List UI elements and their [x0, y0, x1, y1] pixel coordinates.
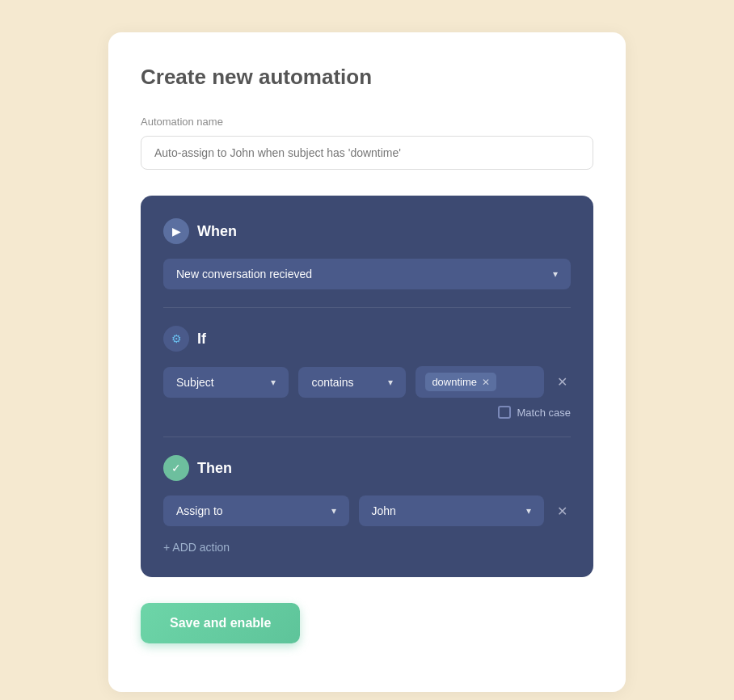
automation-name-label: Automation name	[141, 116, 593, 128]
gear-icon: ⚙	[171, 332, 182, 345]
main-card: Create new automation Automation name ▶ …	[108, 32, 626, 692]
subject-dropdown-value: Subject	[176, 376, 214, 389]
check-icon: ✓	[171, 462, 181, 474]
match-case-label: Match case	[517, 407, 571, 419]
agent-dropdown-value: John	[372, 504, 396, 517]
then-icon: ✓	[163, 455, 189, 481]
assign-dropdown[interactable]: Assign to ▾	[163, 495, 349, 526]
match-case-checkbox[interactable]	[498, 406, 511, 419]
page-title: Create new automation	[141, 65, 593, 90]
when-if-separator	[163, 307, 571, 308]
contains-dropdown-value: contains	[311, 376, 353, 389]
play-icon: ▶	[172, 225, 181, 238]
add-action-link[interactable]: + ADD action	[163, 541, 230, 554]
tag-input-container: downtime ✕	[416, 366, 544, 398]
contains-chevron-icon: ▾	[388, 377, 393, 388]
if-then-separator	[163, 436, 571, 437]
agent-chevron-icon: ▾	[526, 505, 531, 517]
when-icon: ▶	[163, 218, 189, 244]
assign-chevron-icon: ▾	[331, 505, 336, 517]
then-row-remove-button[interactable]: ✕	[554, 500, 571, 522]
when-dropdown-value: New conversation recieved	[176, 268, 312, 280]
tag-value: downtime	[432, 376, 477, 388]
if-title: If	[197, 331, 206, 348]
page-wrapper: Create new automation Automation name ▶ …	[16, 16, 718, 700]
agent-dropdown[interactable]: John ▾	[359, 495, 545, 526]
when-section-header: ▶ When	[163, 218, 571, 244]
subject-dropdown[interactable]: Subject ▾	[163, 367, 289, 398]
contains-dropdown[interactable]: contains ▾	[298, 367, 406, 398]
when-dropdown-row: New conversation recieved ▾	[163, 259, 571, 289]
if-section-header: ⚙ If	[163, 326, 571, 352]
tag-close-button[interactable]: ✕	[482, 377, 490, 388]
when-dropdown[interactable]: New conversation recieved ▾	[163, 259, 571, 289]
save-enable-button[interactable]: Save and enable	[141, 603, 300, 643]
if-icon: ⚙	[163, 326, 189, 352]
then-section-header: ✓ Then	[163, 455, 571, 481]
automation-block: ▶ When New conversation recieved ▾ ⚙ If	[141, 196, 593, 577]
then-action-row: Assign to ▾ John ▾ ✕	[163, 495, 571, 526]
when-chevron-icon: ▾	[553, 268, 558, 280]
downtime-tag: downtime ✕	[425, 373, 496, 391]
when-title: When	[197, 223, 237, 240]
then-title: Then	[197, 460, 232, 477]
assign-dropdown-value: Assign to	[176, 504, 223, 517]
automation-name-input[interactable]	[141, 136, 593, 170]
if-condition-row: Subject ▾ contains ▾ downtime ✕ ✕	[163, 366, 571, 398]
match-case-row: Match case	[163, 406, 571, 419]
subject-chevron-icon: ▾	[271, 377, 276, 388]
if-row-remove-button[interactable]: ✕	[554, 371, 571, 393]
